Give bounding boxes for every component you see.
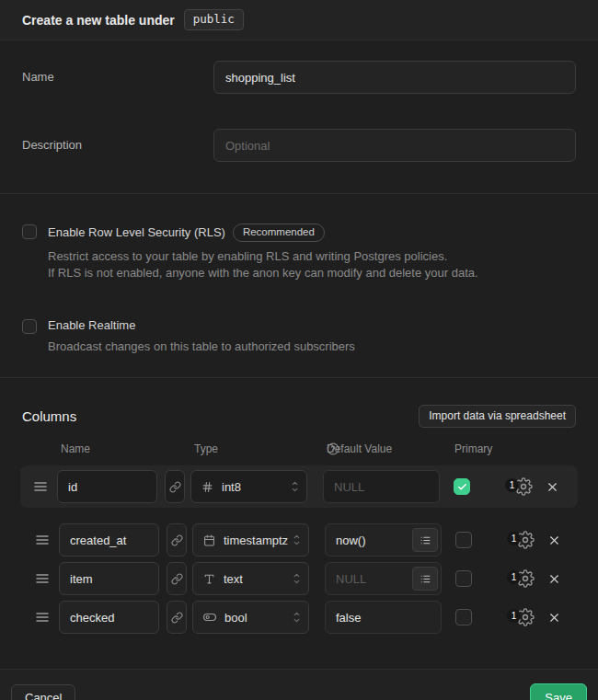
chevron-up-down-icon — [290, 480, 300, 493]
delete-column-icon[interactable] — [547, 534, 561, 547]
columns-table-header: Name Type Default Value Primary — [22, 442, 576, 455]
rls-label: Enable Row Level Security (RLS) — [48, 225, 225, 239]
table-description-input[interactable] — [213, 129, 576, 162]
column-type-select[interactable]: bool — [192, 601, 309, 634]
col-header-name: Name — [61, 442, 90, 455]
create-table-dialog: Create a new table under public Name Des… — [0, 0, 598, 700]
column-type-select[interactable]: text — [192, 562, 309, 595]
table-options-section: Enable Row Level Security (RLS) Recommen… — [0, 194, 598, 378]
delete-column-icon[interactable] — [546, 480, 559, 494]
column-name-input[interactable] — [59, 562, 159, 595]
toggle-icon — [203, 611, 216, 624]
realtime-option: Enable Realtime Broadcast changes on thi… — [22, 318, 576, 355]
name-row: Name — [22, 61, 576, 94]
table-name-input[interactable] — [213, 61, 576, 94]
col-header-primary: Primary — [454, 442, 492, 455]
col-header-type: Type — [194, 442, 218, 455]
columns-section: Columns Import data via spreadsheet Name… — [0, 404, 598, 670]
column-type-select[interactable]: timestamptz — [192, 523, 309, 557]
chevron-up-down-icon — [292, 572, 302, 585]
rls-description: Restrict access to your table by enablin… — [48, 248, 478, 281]
column-name-input[interactable] — [59, 523, 159, 557]
columns-title: Columns — [22, 408, 76, 424]
hash-icon — [201, 481, 213, 493]
column-row-checked: bool 1 — [22, 601, 576, 634]
table-details-section: Name Description — [0, 40, 598, 194]
recommended-badge: Recommended — [233, 224, 325, 242]
dialog-title: Create a new table under — [22, 13, 175, 28]
save-button[interactable]: Save — [530, 683, 587, 700]
primary-checkbox[interactable] — [454, 478, 470, 495]
column-row-created-at: timestamptz 1 — [22, 523, 576, 557]
drag-handle-icon[interactable] — [31, 612, 53, 623]
rls-checkbox[interactable] — [22, 224, 37, 239]
settings-count-badge: 1 — [507, 570, 521, 584]
default-value-suggestions-icon[interactable] — [412, 528, 438, 552]
foreign-key-link-icon[interactable] — [167, 523, 187, 557]
foreign-key-link-icon[interactable] — [165, 470, 185, 503]
description-row: Description — [22, 129, 576, 162]
description-label: Description — [22, 129, 213, 162]
column-settings-button[interactable]: 1 — [514, 477, 533, 496]
name-label: Name — [22, 61, 213, 94]
drag-handle-icon[interactable] — [31, 573, 53, 584]
primary-checkbox[interactable] — [455, 570, 472, 587]
settings-count-badge: 1 — [505, 478, 519, 492]
text-type-icon — [203, 573, 215, 585]
settings-count-badge: 1 — [507, 532, 521, 545]
column-settings-button[interactable]: 1 — [516, 608, 535, 626]
column-name-input[interactable] — [59, 601, 159, 634]
realtime-checkbox[interactable] — [22, 319, 37, 334]
schema-badge: public — [184, 9, 244, 30]
primary-checkbox[interactable] — [455, 532, 472, 548]
help-circle-icon[interactable] — [327, 442, 339, 455]
default-value-suggestions-icon[interactable] — [412, 567, 438, 591]
check-icon — [457, 482, 467, 492]
default-value-input[interactable] — [325, 601, 442, 634]
delete-column-icon[interactable] — [547, 572, 561, 586]
foreign-key-link-icon[interactable] — [167, 562, 187, 595]
chevron-up-down-icon — [292, 534, 302, 546]
cancel-button[interactable]: Cancel — [11, 684, 75, 700]
realtime-label: Enable Realtime — [48, 318, 135, 332]
delete-column-icon[interactable] — [547, 611, 561, 625]
column-row-id: int8 1 — [20, 465, 578, 508]
column-settings-button[interactable]: 1 — [516, 531, 535, 549]
calendar-icon — [203, 534, 215, 546]
dialog-footer: Cancel Save — [0, 670, 598, 700]
column-name-input[interactable] — [57, 470, 157, 503]
chevron-up-down-icon — [292, 611, 302, 624]
foreign-key-link-icon[interactable] — [167, 601, 187, 634]
default-value-input[interactable] — [323, 470, 440, 503]
realtime-description: Broadcast changes on this table to autho… — [48, 339, 355, 355]
drag-handle-icon[interactable] — [29, 481, 52, 492]
drag-handle-icon[interactable] — [31, 534, 53, 545]
primary-checkbox[interactable] — [455, 609, 472, 625]
column-row-item: text 1 — [22, 562, 576, 595]
import-spreadsheet-button[interactable]: Import data via spreadsheet — [419, 405, 576, 428]
column-type-select[interactable]: int8 — [190, 470, 307, 503]
rls-option: Enable Row Level Security (RLS) Recommen… — [22, 224, 576, 281]
column-settings-button[interactable]: 1 — [516, 569, 535, 588]
dialog-header: Create a new table under public — [0, 0, 598, 40]
settings-count-badge: 1 — [507, 609, 521, 623]
